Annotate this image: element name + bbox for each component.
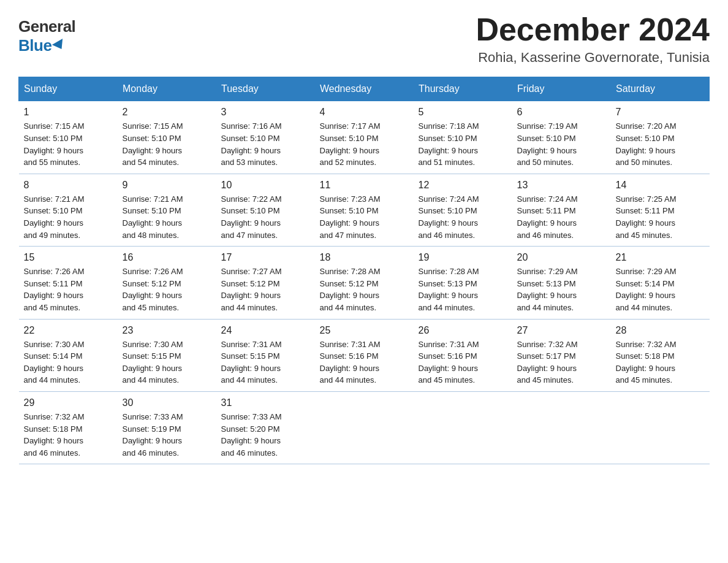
calendar-day-cell: 25 Sunrise: 7:31 AMSunset: 5:16 PMDaylig… [315, 319, 414, 391]
day-info: Sunrise: 7:20 AMSunset: 5:10 PMDaylight:… [616, 121, 677, 167]
day-info: Sunrise: 7:33 AMSunset: 5:20 PMDaylight:… [221, 412, 282, 458]
day-info: Sunrise: 7:15 AMSunset: 5:10 PMDaylight:… [123, 121, 183, 167]
day-number: 5 [419, 105, 507, 119]
day-number: 16 [123, 250, 211, 264]
day-info: Sunrise: 7:24 AMSunset: 5:11 PMDaylight:… [517, 194, 578, 240]
day-info: Sunrise: 7:29 AMSunset: 5:14 PMDaylight:… [616, 267, 677, 312]
calendar-day-cell: 15 Sunrise: 7:26 AMSunset: 5:11 PMDaylig… [19, 247, 118, 319]
calendar-day-cell: 12 Sunrise: 7:24 AMSunset: 5:10 PMDaylig… [414, 174, 512, 246]
logo-triangle-icon [52, 38, 67, 52]
calendar-day-cell: 18 Sunrise: 7:28 AMSunset: 5:12 PMDaylig… [315, 247, 414, 319]
day-info: Sunrise: 7:28 AMSunset: 5:12 PMDaylight:… [320, 267, 381, 312]
month-title: December 2024 [476, 12, 710, 47]
day-info: Sunrise: 7:33 AMSunset: 5:19 PMDaylight:… [123, 412, 183, 458]
day-number: 10 [221, 178, 310, 192]
logo-blue-text: Blue [18, 36, 66, 55]
day-number: 18 [320, 250, 409, 264]
day-number: 8 [24, 178, 113, 192]
calendar-day-cell: 31 Sunrise: 7:33 AMSunset: 5:20 PMDaylig… [216, 391, 315, 464]
calendar-day-cell [512, 391, 611, 464]
calendar-week-row: 1 Sunrise: 7:15 AMSunset: 5:10 PMDayligh… [19, 101, 710, 174]
calendar-day-cell: 9 Sunrise: 7:21 AMSunset: 5:10 PMDayligh… [118, 174, 216, 246]
day-number: 23 [123, 323, 211, 337]
calendar-day-cell [315, 391, 414, 464]
col-sunday: Sunday [19, 77, 118, 101]
col-wednesday: Wednesday [315, 77, 414, 101]
calendar-day-cell: 30 Sunrise: 7:33 AMSunset: 5:19 PMDaylig… [118, 391, 216, 464]
day-info: Sunrise: 7:30 AMSunset: 5:15 PMDaylight:… [123, 340, 183, 385]
calendar-day-cell: 28 Sunrise: 7:32 AMSunset: 5:18 PMDaylig… [611, 319, 710, 391]
day-info: Sunrise: 7:28 AMSunset: 5:13 PMDaylight:… [419, 267, 479, 312]
day-number: 3 [221, 105, 310, 119]
day-number: 7 [616, 105, 705, 119]
day-number: 20 [517, 250, 606, 264]
calendar-day-cell: 29 Sunrise: 7:32 AMSunset: 5:18 PMDaylig… [19, 391, 118, 464]
calendar-day-cell: 4 Sunrise: 7:17 AMSunset: 5:10 PMDayligh… [315, 101, 414, 174]
day-info: Sunrise: 7:19 AMSunset: 5:10 PMDaylight:… [517, 121, 578, 167]
day-number: 15 [24, 250, 113, 264]
day-info: Sunrise: 7:17 AMSunset: 5:10 PMDaylight:… [320, 121, 381, 167]
day-number: 31 [221, 396, 310, 410]
calendar-day-cell: 3 Sunrise: 7:16 AMSunset: 5:10 PMDayligh… [216, 101, 315, 174]
day-number: 1 [24, 105, 113, 119]
calendar-day-cell: 26 Sunrise: 7:31 AMSunset: 5:16 PMDaylig… [414, 319, 512, 391]
calendar-day-cell: 19 Sunrise: 7:28 AMSunset: 5:13 PMDaylig… [414, 247, 512, 319]
day-info: Sunrise: 7:26 AMSunset: 5:12 PMDaylight:… [123, 267, 183, 312]
day-info: Sunrise: 7:31 AMSunset: 5:15 PMDaylight:… [221, 340, 282, 385]
day-info: Sunrise: 7:29 AMSunset: 5:13 PMDaylight:… [517, 267, 578, 312]
calendar-day-cell: 7 Sunrise: 7:20 AMSunset: 5:10 PMDayligh… [611, 101, 710, 174]
day-number: 9 [123, 178, 211, 192]
day-info: Sunrise: 7:32 AMSunset: 5:18 PMDaylight:… [24, 412, 85, 458]
page-header: General Blue December 2024 Rohia, Kasser… [18, 12, 710, 66]
calendar-day-cell: 16 Sunrise: 7:26 AMSunset: 5:12 PMDaylig… [118, 247, 216, 319]
location-title: Rohia, Kasserine Governorate, Tunisia [476, 50, 710, 66]
col-thursday: Thursday [414, 77, 512, 101]
day-info: Sunrise: 7:25 AMSunset: 5:11 PMDaylight:… [616, 194, 677, 240]
day-number: 22 [24, 323, 113, 337]
calendar-day-cell: 17 Sunrise: 7:27 AMSunset: 5:12 PMDaylig… [216, 247, 315, 319]
col-monday: Monday [118, 77, 216, 101]
day-info: Sunrise: 7:30 AMSunset: 5:14 PMDaylight:… [24, 340, 85, 385]
day-info: Sunrise: 7:15 AMSunset: 5:10 PMDaylight:… [24, 121, 85, 167]
day-number: 30 [123, 396, 211, 410]
day-number: 2 [123, 105, 211, 119]
calendar-day-cell: 8 Sunrise: 7:21 AMSunset: 5:10 PMDayligh… [19, 174, 118, 246]
day-number: 17 [221, 250, 310, 264]
col-saturday: Saturday [611, 77, 710, 101]
day-number: 21 [616, 250, 705, 264]
day-number: 14 [616, 178, 705, 192]
day-number: 28 [616, 323, 705, 337]
calendar-header-row: Sunday Monday Tuesday Wednesday Thursday… [19, 77, 710, 101]
calendar-day-cell: 24 Sunrise: 7:31 AMSunset: 5:15 PMDaylig… [216, 319, 315, 391]
day-number: 25 [320, 323, 409, 337]
calendar-week-row: 29 Sunrise: 7:32 AMSunset: 5:18 PMDaylig… [19, 391, 710, 464]
day-number: 19 [419, 250, 507, 264]
calendar-week-row: 22 Sunrise: 7:30 AMSunset: 5:14 PMDaylig… [19, 319, 710, 391]
calendar-day-cell: 23 Sunrise: 7:30 AMSunset: 5:15 PMDaylig… [118, 319, 216, 391]
calendar-table: Sunday Monday Tuesday Wednesday Thursday… [18, 77, 710, 464]
calendar-day-cell: 27 Sunrise: 7:32 AMSunset: 5:17 PMDaylig… [512, 319, 611, 391]
day-info: Sunrise: 7:27 AMSunset: 5:12 PMDaylight:… [221, 267, 282, 312]
day-number: 29 [24, 396, 113, 410]
day-info: Sunrise: 7:21 AMSunset: 5:10 PMDaylight:… [24, 194, 85, 240]
day-info: Sunrise: 7:31 AMSunset: 5:16 PMDaylight:… [320, 340, 381, 385]
day-number: 4 [320, 105, 409, 119]
col-friday: Friday [512, 77, 611, 101]
day-number: 27 [517, 323, 606, 337]
day-info: Sunrise: 7:31 AMSunset: 5:16 PMDaylight:… [419, 340, 479, 385]
calendar-day-cell: 21 Sunrise: 7:29 AMSunset: 5:14 PMDaylig… [611, 247, 710, 319]
day-info: Sunrise: 7:32 AMSunset: 5:18 PMDaylight:… [616, 340, 677, 385]
day-info: Sunrise: 7:22 AMSunset: 5:10 PMDaylight:… [221, 194, 282, 240]
calendar-day-cell [611, 391, 710, 464]
calendar-day-cell: 6 Sunrise: 7:19 AMSunset: 5:10 PMDayligh… [512, 101, 611, 174]
title-section: December 2024 Rohia, Kasserine Governora… [476, 12, 710, 66]
day-number: 24 [221, 323, 310, 337]
day-number: 26 [419, 323, 507, 337]
calendar-day-cell: 1 Sunrise: 7:15 AMSunset: 5:10 PMDayligh… [19, 101, 118, 174]
calendar-day-cell: 11 Sunrise: 7:23 AMSunset: 5:10 PMDaylig… [315, 174, 414, 246]
day-number: 12 [419, 178, 507, 192]
day-info: Sunrise: 7:21 AMSunset: 5:10 PMDaylight:… [123, 194, 183, 240]
calendar-day-cell: 2 Sunrise: 7:15 AMSunset: 5:10 PMDayligh… [118, 101, 216, 174]
calendar-day-cell: 5 Sunrise: 7:18 AMSunset: 5:10 PMDayligh… [414, 101, 512, 174]
logo: General Blue [18, 12, 75, 55]
